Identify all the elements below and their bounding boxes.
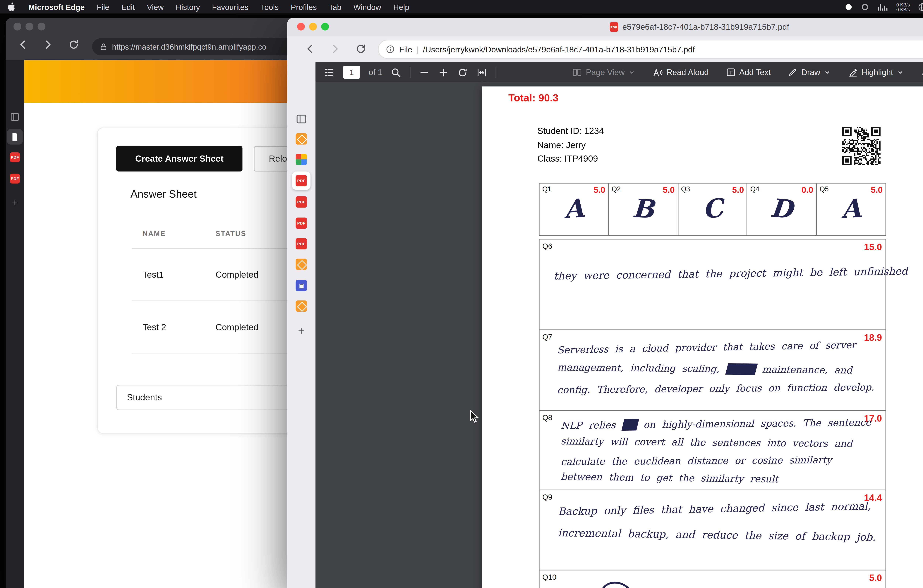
- cell-name: Test 2: [132, 322, 215, 332]
- back-icon[interactable]: [304, 43, 315, 57]
- zoom-button[interactable]: [38, 23, 45, 30]
- search-icon[interactable]: [391, 67, 401, 78]
- tab-cube-app-1[interactable]: [292, 130, 310, 148]
- menu-file[interactable]: File: [97, 2, 109, 11]
- forward-icon[interactable]: [330, 43, 341, 57]
- back-icon[interactable]: [17, 39, 28, 53]
- address-bar[interactable]: File | /Users/jerrykwok/Downloads/e579e6…: [378, 40, 923, 59]
- zoom-in-icon[interactable]: [438, 67, 449, 78]
- tab-panel-icon[interactable]: [7, 109, 23, 124]
- macos-menu-bar: Microsoft Edge File Edit View History Fa…: [0, 0, 923, 13]
- menu-edit[interactable]: Edit: [121, 2, 135, 11]
- tab-pdf-4[interactable]: PDF: [292, 234, 310, 253]
- reload-icon[interactable]: [355, 43, 366, 57]
- handwritten-answer: B: [608, 192, 678, 225]
- question-label: Q6: [542, 242, 552, 250]
- minimize-button[interactable]: [25, 23, 33, 30]
- app-menu-title[interactable]: Microsoft Edge: [28, 2, 85, 11]
- pdf-file-icon: PDF: [10, 174, 20, 183]
- draw-button[interactable]: Draw: [788, 67, 831, 77]
- tab-pdf-2[interactable]: PDF: [292, 193, 310, 211]
- tab-cube-app-2[interactable]: [292, 255, 310, 274]
- tab-document-selected[interactable]: [7, 129, 23, 144]
- answer-box-q7: Q7 18.9 Serverless is a cloud provider t…: [539, 329, 886, 411]
- forward-icon[interactable]: [43, 39, 54, 53]
- cell-name: Test1: [132, 270, 215, 280]
- question-label: Q5: [820, 185, 829, 193]
- tab-pdf-selected[interactable]: PDF: [292, 171, 310, 190]
- tab-panel-icon[interactable]: [292, 110, 310, 128]
- erase-button[interactable]: Erase: [921, 67, 923, 77]
- fit-to-width-icon[interactable]: [476, 67, 487, 78]
- page-view-button[interactable]: Page View: [572, 67, 636, 77]
- menu-help[interactable]: Help: [393, 2, 409, 11]
- handwriting-line: Serverless is a cloud provider that take…: [557, 339, 856, 355]
- mouse-cursor: [469, 409, 479, 424]
- cpu-activity-icon[interactable]: [877, 2, 889, 11]
- camera-indicator-icon[interactable]: [861, 2, 869, 11]
- pdf-file-icon: PDF: [296, 238, 307, 249]
- menu-tab[interactable]: Tab: [329, 2, 341, 11]
- document-icon: [11, 132, 19, 142]
- menu-view[interactable]: View: [147, 2, 164, 11]
- pdf-viewer-canvas[interactable]: Total: 90.3 Student ID: 1234 Name: Jerry…: [315, 82, 923, 588]
- question-label: Q7: [542, 332, 552, 341]
- handwritten-answer: C: [677, 190, 748, 226]
- score-label: 0.0: [801, 185, 813, 195]
- globe-icon[interactable]: [918, 2, 923, 12]
- draw-pen-icon: [788, 67, 798, 77]
- address-path-text: /Users/jerrykwok/Downloads/e579e6af-18c7…: [423, 45, 923, 54]
- answer-sheet-heading: Answer Sheet: [130, 188, 197, 200]
- cube-app-icon: [296, 133, 307, 144]
- table-of-contents-icon[interactable]: [324, 67, 335, 78]
- tab-pdf-1[interactable]: PDF: [7, 149, 23, 165]
- student-id-line: Student ID: 1234: [537, 126, 604, 136]
- menu-history[interactable]: History: [176, 2, 200, 11]
- handwriting-line: NLP relies ██ on highly-dimensional spac…: [561, 416, 871, 431]
- url-text: https://master.d36hmkifpqct9n.amplifyapp…: [112, 43, 266, 51]
- mcq-cell-q2: Q2 5.0 B: [609, 183, 678, 235]
- browser-window-foreground[interactable]: PDF e579e6af-18c7-401a-b718-31b919a715b7…: [287, 18, 923, 588]
- network-speed-indicator[interactable]: 0 KB/s 0 KB/s: [896, 2, 910, 12]
- tab-colorful-app[interactable]: [292, 150, 310, 169]
- menu-window[interactable]: Window: [353, 2, 381, 11]
- info-icon[interactable]: [386, 45, 395, 54]
- tab-cube-app-3[interactable]: [292, 297, 310, 315]
- reload-icon[interactable]: [68, 39, 79, 53]
- pdf-toolbar: of 1 Page View: [315, 62, 923, 82]
- create-answer-sheet-button[interactable]: Create Answer Sheet: [116, 146, 243, 171]
- new-tab-plus-icon[interactable]: +: [292, 322, 310, 340]
- colorful-app-icon: [296, 154, 307, 165]
- handwriting-line: Backup only files that have changed sinc…: [558, 500, 871, 517]
- handwriting-line: incremental backup, and reduce the size …: [558, 527, 876, 543]
- answer-box-q6: Q6 15.0 they were concerned that the pro…: [539, 239, 886, 330]
- qr-code: [843, 127, 880, 165]
- rotate-icon[interactable]: [457, 67, 468, 78]
- pdf-file-icon: PDF: [10, 152, 20, 162]
- net-up-label: 0 KB/s: [896, 2, 910, 7]
- tab-blue-app[interactable]: ▣: [292, 277, 310, 295]
- separator: [410, 67, 411, 78]
- menu-favourites[interactable]: Favourites: [212, 2, 248, 11]
- window-title-text: e579e6af-18c7-401a-b718-31b919a715b7.pdf: [622, 23, 789, 31]
- tab-pdf-2[interactable]: PDF: [7, 171, 23, 186]
- screen-record-indicator-icon[interactable]: [844, 2, 853, 11]
- zoom-out-icon[interactable]: [419, 67, 430, 78]
- menu-tools[interactable]: Tools: [261, 2, 279, 11]
- net-down-label: 0 KB/s: [896, 7, 910, 11]
- tab-pdf-3[interactable]: PDF: [292, 214, 310, 233]
- question-label: Q10: [542, 573, 557, 581]
- apple-menu-icon[interactable]: [7, 2, 16, 12]
- highlight-button[interactable]: Highlight: [848, 67, 903, 77]
- title-bar: PDF e579e6af-18c7-401a-b718-31b919a715b7…: [287, 18, 923, 36]
- menu-profiles[interactable]: Profiles: [291, 2, 317, 11]
- read-aloud-button[interactable]: Read Aloud: [652, 67, 709, 78]
- add-text-button[interactable]: Add Text: [726, 67, 771, 77]
- student-name-line: Name: Jerry: [537, 140, 586, 150]
- page-number-input[interactable]: [343, 66, 360, 79]
- traffic-lights-inactive[interactable]: [13, 23, 45, 30]
- total-score: Total: 90.3: [508, 92, 558, 103]
- new-tab-plus-icon[interactable]: +: [7, 195, 23, 210]
- address-scheme-label: File: [399, 45, 412, 54]
- close-button[interactable]: [13, 23, 21, 30]
